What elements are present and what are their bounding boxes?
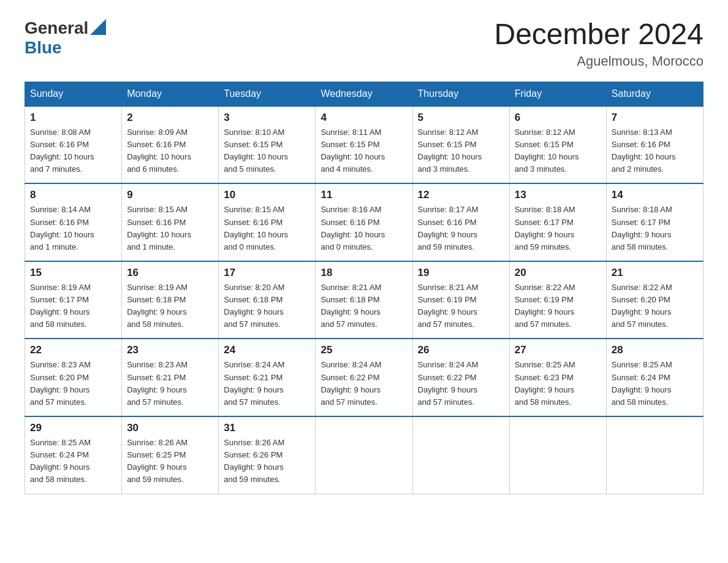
calendar-cell: 21 Sunrise: 8:22 AMSunset: 6:20 PMDaylig… — [606, 261, 703, 339]
day-number: 18 — [320, 267, 407, 279]
day-number: 25 — [320, 344, 407, 356]
day-info: Sunrise: 8:19 AMSunset: 6:18 PMDaylight:… — [127, 282, 213, 331]
calendar-cell: 6 Sunrise: 8:12 AMSunset: 6:15 PMDayligh… — [509, 106, 606, 184]
day-info: Sunrise: 8:24 AMSunset: 6:22 PMDaylight:… — [320, 359, 407, 408]
calendar-week-5: 29 Sunrise: 8:25 AMSunset: 6:24 PMDaylig… — [25, 416, 703, 494]
day-number: 10 — [224, 189, 310, 201]
day-info: Sunrise: 8:19 AMSunset: 6:17 PMDaylight:… — [30, 282, 116, 331]
day-info: Sunrise: 8:17 AMSunset: 6:16 PMDaylight:… — [418, 204, 504, 253]
calendar-table: SundayMondayTuesdayWednesdayThursdayFrid… — [25, 82, 703, 494]
day-number: 8 — [30, 189, 116, 201]
calendar-cell: 9 Sunrise: 8:15 AMSunset: 6:16 PMDayligh… — [122, 183, 219, 261]
day-info: Sunrise: 8:13 AMSunset: 6:16 PMDaylight:… — [612, 126, 698, 176]
day-info: Sunrise: 8:23 AMSunset: 6:20 PMDaylight:… — [30, 359, 116, 408]
calendar-cell — [316, 416, 412, 494]
day-info: Sunrise: 8:20 AMSunset: 6:18 PMDaylight:… — [224, 282, 310, 331]
day-info: Sunrise: 8:16 AMSunset: 6:16 PMDaylight:… — [320, 204, 407, 253]
calendar-cell: 30 Sunrise: 8:26 AMSunset: 6:25 PMDaylig… — [122, 416, 219, 494]
day-number: 12 — [418, 189, 504, 201]
calendar-cell: 1 Sunrise: 8:08 AMSunset: 6:16 PMDayligh… — [25, 106, 122, 184]
day-info: Sunrise: 8:25 AMSunset: 6:24 PMDaylight:… — [30, 437, 116, 486]
day-info: Sunrise: 8:08 AMSunset: 6:16 PMDaylight:… — [30, 126, 116, 176]
day-number: 1 — [30, 112, 116, 124]
day-info: Sunrise: 8:15 AMSunset: 6:16 PMDaylight:… — [224, 204, 310, 253]
day-number: 4 — [320, 112, 407, 124]
day-number: 30 — [127, 422, 213, 434]
day-header-tuesday: Tuesday — [219, 82, 316, 106]
logo-general-text: General — [25, 18, 88, 38]
day-info: Sunrise: 8:14 AMSunset: 6:16 PMDaylight:… — [30, 204, 116, 253]
calendar-week-4: 22 Sunrise: 8:23 AMSunset: 6:20 PMDaylig… — [25, 339, 703, 416]
day-header-sunday: Sunday — [25, 82, 122, 106]
calendar-cell: 31 Sunrise: 8:26 AMSunset: 6:26 PMDaylig… — [219, 416, 316, 494]
day-info: Sunrise: 8:24 AMSunset: 6:22 PMDaylight:… — [418, 359, 504, 408]
day-number: 22 — [30, 344, 116, 356]
calendar-cell: 4 Sunrise: 8:11 AMSunset: 6:15 PMDayligh… — [316, 106, 412, 184]
day-number: 31 — [224, 422, 310, 434]
title-section: December 2024 Aguelmous, Morocco — [494, 18, 703, 69]
calendar-cell: 22 Sunrise: 8:23 AMSunset: 6:20 PMDaylig… — [25, 339, 122, 416]
calendar-cell: 24 Sunrise: 8:24 AMSunset: 6:21 PMDaylig… — [219, 339, 316, 416]
day-info: Sunrise: 8:09 AMSunset: 6:16 PMDaylight:… — [127, 126, 213, 176]
day-number: 15 — [30, 267, 116, 279]
calendar-cell: 28 Sunrise: 8:25 AMSunset: 6:24 PMDaylig… — [606, 339, 703, 416]
day-number: 3 — [224, 112, 310, 124]
calendar-cell: 10 Sunrise: 8:15 AMSunset: 6:16 PMDaylig… — [219, 183, 316, 261]
day-number: 17 — [224, 267, 310, 279]
day-header-saturday: Saturday — [606, 82, 703, 106]
calendar-cell: 29 Sunrise: 8:25 AMSunset: 6:24 PMDaylig… — [25, 416, 122, 494]
calendar-cell: 17 Sunrise: 8:20 AMSunset: 6:18 PMDaylig… — [219, 261, 316, 339]
calendar-week-3: 15 Sunrise: 8:19 AMSunset: 6:17 PMDaylig… — [25, 261, 703, 339]
day-number: 23 — [127, 344, 213, 356]
day-info: Sunrise: 8:10 AMSunset: 6:15 PMDaylight:… — [224, 126, 310, 176]
day-header-monday: Monday — [122, 82, 219, 106]
day-number: 26 — [418, 344, 504, 356]
logo: General Blue — [25, 18, 106, 58]
day-number: 16 — [127, 267, 213, 279]
calendar-cell: 23 Sunrise: 8:23 AMSunset: 6:21 PMDaylig… — [122, 339, 219, 416]
day-header-thursday: Thursday — [412, 82, 509, 106]
calendar-cell: 5 Sunrise: 8:12 AMSunset: 6:15 PMDayligh… — [412, 106, 509, 184]
day-info: Sunrise: 8:26 AMSunset: 6:26 PMDaylight:… — [224, 437, 310, 486]
day-info: Sunrise: 8:23 AMSunset: 6:21 PMDaylight:… — [127, 359, 213, 408]
day-header-wednesday: Wednesday — [316, 82, 412, 106]
calendar-cell: 2 Sunrise: 8:09 AMSunset: 6:16 PMDayligh… — [122, 106, 219, 184]
calendar-cell: 15 Sunrise: 8:19 AMSunset: 6:17 PMDaylig… — [25, 261, 122, 339]
day-number: 20 — [515, 267, 601, 279]
day-number: 24 — [224, 344, 310, 356]
day-info: Sunrise: 8:25 AMSunset: 6:24 PMDaylight:… — [612, 359, 698, 408]
day-info: Sunrise: 8:12 AMSunset: 6:15 PMDaylight:… — [418, 126, 504, 176]
day-header-row: SundayMondayTuesdayWednesdayThursdayFrid… — [25, 82, 703, 106]
svg-marker-0 — [90, 19, 106, 35]
day-info: Sunrise: 8:22 AMSunset: 6:20 PMDaylight:… — [612, 282, 698, 331]
day-info: Sunrise: 8:21 AMSunset: 6:18 PMDaylight:… — [320, 282, 407, 331]
day-number: 13 — [515, 189, 601, 201]
day-info: Sunrise: 8:11 AMSunset: 6:15 PMDaylight:… — [320, 126, 407, 176]
calendar-cell: 14 Sunrise: 8:18 AMSunset: 6:17 PMDaylig… — [606, 183, 703, 261]
day-header-friday: Friday — [509, 82, 606, 106]
day-info: Sunrise: 8:22 AMSunset: 6:19 PMDaylight:… — [515, 282, 601, 331]
calendar-cell: 3 Sunrise: 8:10 AMSunset: 6:15 PMDayligh… — [219, 106, 316, 184]
calendar-cell: 18 Sunrise: 8:21 AMSunset: 6:18 PMDaylig… — [316, 261, 412, 339]
day-info: Sunrise: 8:15 AMSunset: 6:16 PMDaylight:… — [127, 204, 213, 253]
day-number: 9 — [127, 189, 213, 201]
calendar-cell: 13 Sunrise: 8:18 AMSunset: 6:17 PMDaylig… — [509, 183, 606, 261]
logo-icon — [90, 19, 106, 35]
day-info: Sunrise: 8:26 AMSunset: 6:25 PMDaylight:… — [127, 437, 213, 486]
calendar-cell: 26 Sunrise: 8:24 AMSunset: 6:22 PMDaylig… — [412, 339, 509, 416]
day-number: 29 — [30, 422, 116, 434]
day-info: Sunrise: 8:21 AMSunset: 6:19 PMDaylight:… — [418, 282, 504, 331]
calendar-cell: 25 Sunrise: 8:24 AMSunset: 6:22 PMDaylig… — [316, 339, 412, 416]
calendar-cell: 8 Sunrise: 8:14 AMSunset: 6:16 PMDayligh… — [25, 183, 122, 261]
day-number: 6 — [515, 112, 601, 124]
day-number: 28 — [612, 344, 698, 356]
day-info: Sunrise: 8:12 AMSunset: 6:15 PMDaylight:… — [515, 126, 601, 176]
subtitle: Aguelmous, Morocco — [494, 53, 703, 69]
day-info: Sunrise: 8:18 AMSunset: 6:17 PMDaylight:… — [612, 204, 698, 253]
day-number: 21 — [612, 267, 698, 279]
day-number: 19 — [418, 267, 504, 279]
calendar-header: SundayMondayTuesdayWednesdayThursdayFrid… — [25, 82, 703, 106]
main-title: December 2024 — [494, 18, 703, 51]
calendar-cell — [412, 416, 509, 494]
day-number: 11 — [320, 189, 407, 201]
